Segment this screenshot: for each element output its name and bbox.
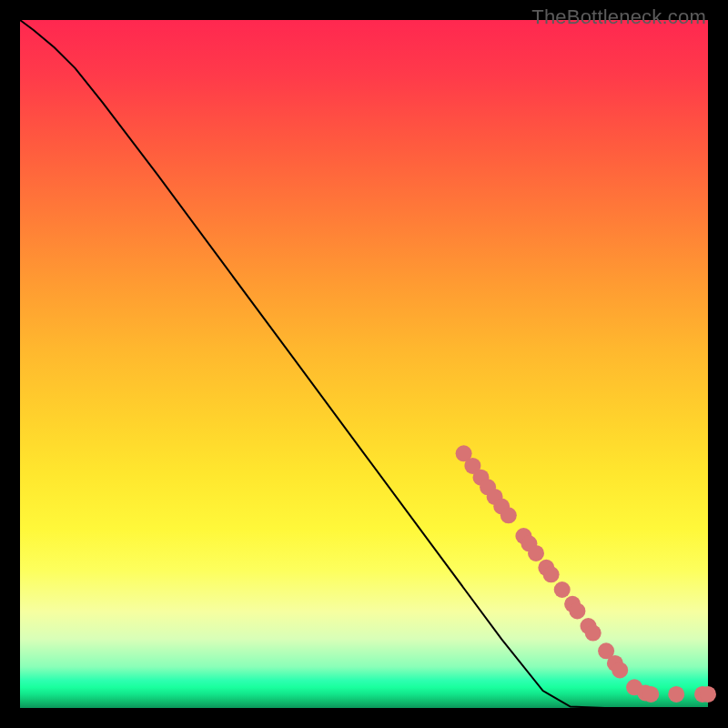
data-marker: [612, 662, 628, 678]
data-marker: [500, 507, 517, 523]
chart-container: TheBottleneck.com: [0, 0, 728, 728]
data-marker: [700, 686, 716, 703]
data-marker: [585, 625, 602, 642]
chart-overlay: [0, 0, 728, 728]
data-marker: [554, 581, 571, 598]
data-marker: [642, 686, 659, 703]
data-marker: [569, 602, 585, 619]
data-marker: [528, 545, 544, 561]
curve-line: [20, 20, 708, 708]
data-marker: [668, 686, 684, 703]
data-marker: [543, 566, 560, 582]
